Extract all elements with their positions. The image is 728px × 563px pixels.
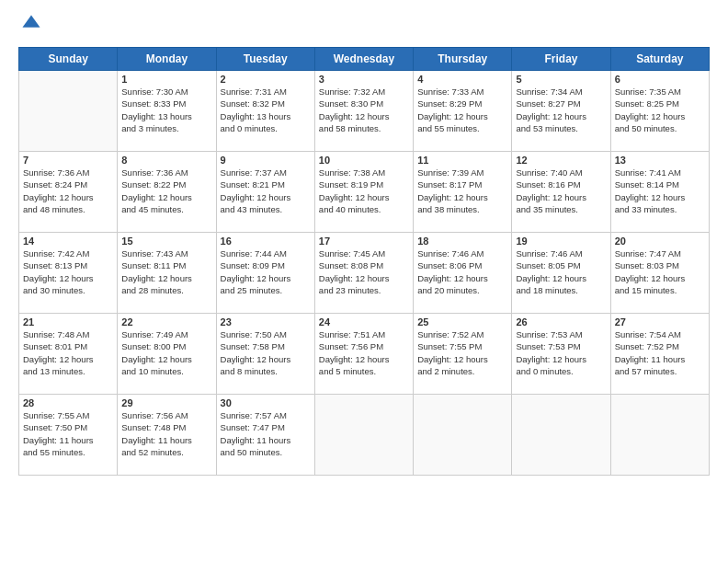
- day-number: 21: [23, 316, 113, 327]
- calendar-cell: 12Sunrise: 7:40 AM Sunset: 8:16 PM Dayli…: [512, 152, 610, 233]
- calendar-cell: 13Sunrise: 7:41 AM Sunset: 8:14 PM Dayli…: [610, 152, 709, 233]
- cell-info: Sunrise: 7:36 AM Sunset: 8:24 PM Dayligh…: [23, 167, 113, 215]
- week-row-1: 7Sunrise: 7:36 AM Sunset: 8:24 PM Daylig…: [19, 152, 710, 233]
- week-row-2: 14Sunrise: 7:42 AM Sunset: 8:13 PM Dayli…: [19, 233, 710, 314]
- day-number: 5: [516, 74, 606, 85]
- calendar-cell: 23Sunrise: 7:50 AM Sunset: 7:58 PM Dayli…: [216, 314, 314, 395]
- day-number: 28: [23, 397, 113, 408]
- calendar-cell: 26Sunrise: 7:53 AM Sunset: 7:53 PM Dayli…: [512, 314, 610, 395]
- day-header-saturday: Saturday: [610, 48, 709, 71]
- cell-info: Sunrise: 7:45 AM Sunset: 8:08 PM Dayligh…: [319, 247, 409, 296]
- day-header-thursday: Thursday: [414, 48, 512, 71]
- header: [18, 14, 710, 38]
- day-number: 23: [221, 316, 311, 327]
- cell-info: Sunrise: 7:30 AM Sunset: 8:33 PM Dayligh…: [121, 86, 211, 134]
- cell-info: Sunrise: 7:48 AM Sunset: 8:01 PM Dayligh…: [23, 328, 113, 377]
- logo: [18, 14, 41, 38]
- logo-icon: [21, 14, 41, 34]
- calendar-body: 1Sunrise: 7:30 AM Sunset: 8:33 PM Daylig…: [19, 71, 710, 476]
- calendar-cell: 2Sunrise: 7:31 AM Sunset: 8:32 PM Daylig…: [216, 71, 314, 152]
- cell-info: Sunrise: 7:56 AM Sunset: 7:48 PM Dayligh…: [121, 409, 211, 458]
- cell-info: Sunrise: 7:54 AM Sunset: 7:52 PM Dayligh…: [615, 328, 705, 377]
- day-number: 14: [23, 236, 113, 247]
- day-number: 6: [615, 74, 705, 85]
- calendar-cell: 30Sunrise: 7:57 AM Sunset: 7:47 PM Dayli…: [216, 395, 314, 476]
- calendar-cell: 8Sunrise: 7:36 AM Sunset: 8:22 PM Daylig…: [118, 152, 216, 233]
- cell-info: Sunrise: 7:43 AM Sunset: 8:11 PM Dayligh…: [121, 247, 211, 296]
- calendar-cell: 16Sunrise: 7:44 AM Sunset: 8:09 PM Dayli…: [216, 233, 314, 314]
- day-number: 9: [221, 155, 311, 166]
- day-number: 12: [516, 155, 606, 166]
- day-number: 25: [417, 316, 507, 327]
- calendar-cell: 10Sunrise: 7:38 AM Sunset: 8:19 PM Dayli…: [314, 152, 413, 233]
- day-number: 2: [221, 74, 311, 85]
- calendar-cell: 24Sunrise: 7:51 AM Sunset: 7:56 PM Dayli…: [314, 314, 413, 395]
- cell-info: Sunrise: 7:51 AM Sunset: 7:56 PM Dayligh…: [319, 328, 409, 377]
- day-number: 1: [121, 74, 211, 85]
- day-number: 3: [319, 74, 409, 85]
- day-number: 19: [516, 236, 606, 247]
- day-header-monday: Monday: [118, 48, 216, 71]
- day-number: 18: [417, 236, 507, 247]
- cell-info: Sunrise: 7:41 AM Sunset: 8:14 PM Dayligh…: [615, 167, 705, 215]
- cell-info: Sunrise: 7:42 AM Sunset: 8:13 PM Dayligh…: [23, 247, 113, 296]
- day-header-wednesday: Wednesday: [314, 48, 413, 71]
- cell-info: Sunrise: 7:50 AM Sunset: 7:58 PM Dayligh…: [221, 328, 311, 377]
- week-row-4: 28Sunrise: 7:55 AM Sunset: 7:50 PM Dayli…: [19, 395, 710, 476]
- calendar-cell: [610, 395, 709, 476]
- cell-info: Sunrise: 7:35 AM Sunset: 8:25 PM Dayligh…: [615, 86, 705, 134]
- cell-info: Sunrise: 7:46 AM Sunset: 8:05 PM Dayligh…: [516, 247, 606, 296]
- cell-info: Sunrise: 7:47 AM Sunset: 8:03 PM Dayligh…: [615, 247, 705, 296]
- day-number: 8: [121, 155, 211, 166]
- calendar-cell: 1Sunrise: 7:30 AM Sunset: 8:33 PM Daylig…: [118, 71, 216, 152]
- calendar-cell: 25Sunrise: 7:52 AM Sunset: 7:55 PM Dayli…: [414, 314, 512, 395]
- day-number: 15: [121, 236, 211, 247]
- cell-info: Sunrise: 7:32 AM Sunset: 8:30 PM Dayligh…: [319, 86, 409, 134]
- day-number: 4: [417, 74, 507, 85]
- day-number: 22: [121, 316, 211, 327]
- calendar-cell: 3Sunrise: 7:32 AM Sunset: 8:30 PM Daylig…: [314, 71, 413, 152]
- calendar-cell: 27Sunrise: 7:54 AM Sunset: 7:52 PM Dayli…: [610, 314, 709, 395]
- cell-info: Sunrise: 7:46 AM Sunset: 8:06 PM Dayligh…: [417, 247, 507, 296]
- calendar-cell: [19, 71, 118, 152]
- calendar-cell: [512, 395, 610, 476]
- calendar-cell: 17Sunrise: 7:45 AM Sunset: 8:08 PM Dayli…: [314, 233, 413, 314]
- calendar-cell: 5Sunrise: 7:34 AM Sunset: 8:27 PM Daylig…: [512, 71, 610, 152]
- calendar-cell: 6Sunrise: 7:35 AM Sunset: 8:25 PM Daylig…: [610, 71, 709, 152]
- week-row-0: 1Sunrise: 7:30 AM Sunset: 8:33 PM Daylig…: [19, 71, 710, 152]
- day-number: 27: [615, 316, 705, 327]
- calendar-cell: 15Sunrise: 7:43 AM Sunset: 8:11 PM Dayli…: [118, 233, 216, 314]
- day-number: 10: [319, 155, 409, 166]
- cell-info: Sunrise: 7:36 AM Sunset: 8:22 PM Dayligh…: [121, 167, 211, 215]
- cell-info: Sunrise: 7:57 AM Sunset: 7:47 PM Dayligh…: [221, 409, 311, 458]
- cell-info: Sunrise: 7:31 AM Sunset: 8:32 PM Dayligh…: [221, 86, 311, 134]
- calendar-cell: 14Sunrise: 7:42 AM Sunset: 8:13 PM Dayli…: [19, 233, 118, 314]
- cell-info: Sunrise: 7:55 AM Sunset: 7:50 PM Dayligh…: [23, 409, 113, 458]
- day-header-sunday: Sunday: [19, 48, 118, 71]
- day-number: 7: [23, 155, 113, 166]
- calendar-cell: 9Sunrise: 7:37 AM Sunset: 8:21 PM Daylig…: [216, 152, 314, 233]
- cell-info: Sunrise: 7:33 AM Sunset: 8:29 PM Dayligh…: [417, 86, 507, 134]
- day-header-tuesday: Tuesday: [216, 48, 314, 71]
- calendar-cell: [314, 395, 413, 476]
- calendar-cell: 28Sunrise: 7:55 AM Sunset: 7:50 PM Dayli…: [19, 395, 118, 476]
- calendar-cell: 18Sunrise: 7:46 AM Sunset: 8:06 PM Dayli…: [414, 233, 512, 314]
- day-number: 26: [516, 316, 606, 327]
- calendar-cell: 19Sunrise: 7:46 AM Sunset: 8:05 PM Dayli…: [512, 233, 610, 314]
- cell-info: Sunrise: 7:38 AM Sunset: 8:19 PM Dayligh…: [319, 167, 409, 215]
- cell-info: Sunrise: 7:52 AM Sunset: 7:55 PM Dayligh…: [417, 328, 507, 377]
- page: SundayMondayTuesdayWednesdayThursdayFrid…: [0, 0, 728, 563]
- calendar-cell: 22Sunrise: 7:49 AM Sunset: 8:00 PM Dayli…: [118, 314, 216, 395]
- svg-marker-0: [22, 15, 40, 27]
- day-number: 16: [221, 236, 311, 247]
- day-number: 13: [615, 155, 705, 166]
- cell-info: Sunrise: 7:40 AM Sunset: 8:16 PM Dayligh…: [516, 167, 606, 215]
- day-number: 29: [121, 397, 211, 408]
- week-row-3: 21Sunrise: 7:48 AM Sunset: 8:01 PM Dayli…: [19, 314, 710, 395]
- day-number: 30: [221, 397, 311, 408]
- day-number: 17: [319, 236, 409, 247]
- cell-info: Sunrise: 7:44 AM Sunset: 8:09 PM Dayligh…: [221, 247, 311, 296]
- cell-info: Sunrise: 7:37 AM Sunset: 8:21 PM Dayligh…: [221, 167, 311, 215]
- calendar-cell: 29Sunrise: 7:56 AM Sunset: 7:48 PM Dayli…: [118, 395, 216, 476]
- cell-info: Sunrise: 7:39 AM Sunset: 8:17 PM Dayligh…: [417, 167, 507, 215]
